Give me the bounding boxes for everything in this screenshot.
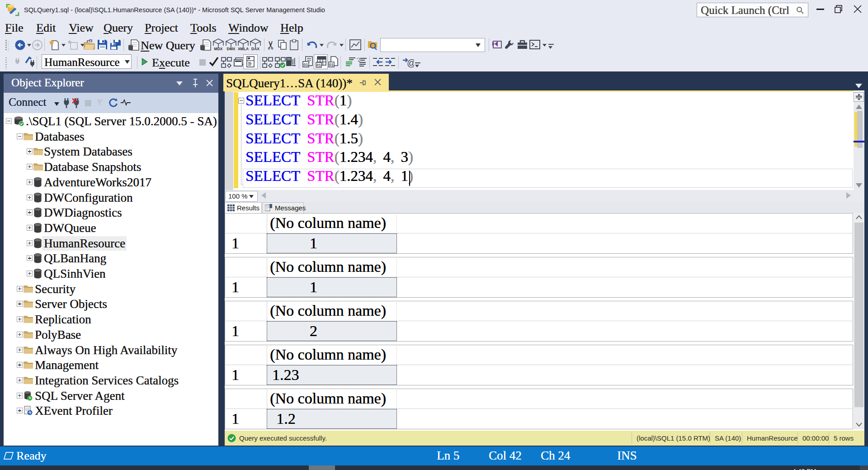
svg-text:XMLA: XMLA <box>238 47 249 51</box>
svg-text:01: 01 <box>329 62 334 67</box>
svg-text:DMX: DMX <box>227 47 236 51</box>
svg-text:DAX: DAX <box>251 47 259 51</box>
svg-text:MDX: MDX <box>214 47 223 51</box>
svg-text:01: 01 <box>303 62 308 67</box>
svg-text:@: @ <box>407 58 414 68</box>
svg-text:01: 01 <box>316 63 321 67</box>
